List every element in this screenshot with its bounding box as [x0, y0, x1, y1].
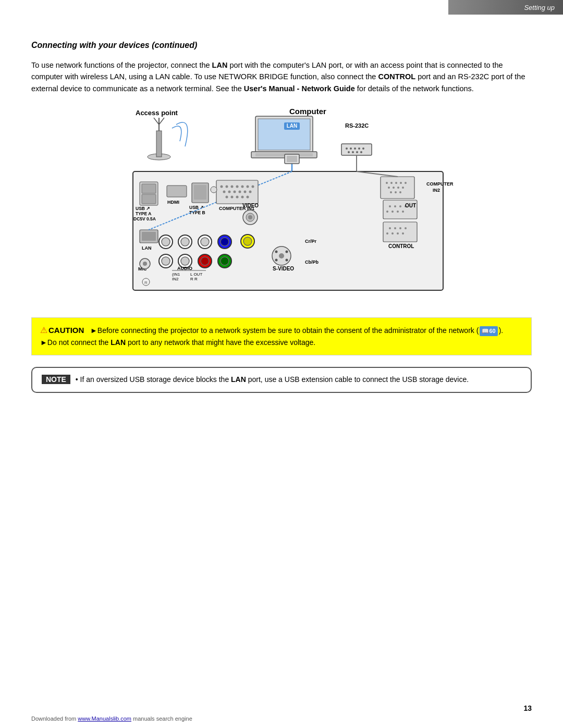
svg-point-91	[181, 257, 189, 265]
svg-rect-1	[156, 131, 162, 157]
svg-point-117	[402, 232, 404, 235]
svg-point-110	[389, 227, 391, 229]
svg-text:S-VIDEO: S-VIDEO	[273, 266, 294, 272]
footer-prefix: Downloaded from	[31, 715, 78, 722]
connection-diagram: Computer Access point LAN	[104, 105, 459, 303]
svg-rect-36	[194, 185, 206, 200]
svg-rect-33	[167, 186, 187, 197]
note-lan-bold: LAN	[231, 375, 246, 384]
svg-text:R: R	[144, 280, 148, 285]
note-box: NOTE • If an oversized USB storage devic…	[31, 367, 532, 393]
svg-point-65	[386, 182, 388, 184]
svg-point-124	[386, 211, 388, 213]
svg-point-50	[252, 186, 254, 188]
svg-point-69	[405, 182, 407, 184]
svg-rect-43	[216, 180, 258, 204]
svg-point-76	[399, 191, 401, 193]
svg-point-103	[279, 253, 284, 258]
footer-suffix: manuals search engine	[131, 715, 192, 722]
svg-text:AUDIO: AUDIO	[177, 266, 192, 271]
svg-point-81	[162, 238, 170, 246]
svg-point-74	[390, 191, 392, 193]
svg-point-115	[391, 232, 394, 235]
svg-point-120	[389, 205, 391, 207]
svg-point-48	[241, 186, 244, 188]
svg-point-47	[236, 186, 239, 188]
diagram-container: Computer Access point LAN	[31, 105, 532, 303]
header-bar: Setting up	[448, 0, 563, 15]
svg-text:USB ↗: USB ↗	[189, 205, 204, 210]
svg-text:L  OUT: L OUT	[190, 272, 202, 277]
svg-point-105	[286, 251, 288, 253]
svg-point-53	[234, 191, 236, 193]
svg-point-121	[394, 205, 396, 207]
svg-point-54	[239, 191, 241, 193]
svg-rect-40	[142, 232, 156, 241]
svg-point-73	[402, 187, 404, 189]
svg-point-70	[388, 187, 390, 189]
svg-point-116	[397, 232, 399, 235]
svg-line-3	[154, 118, 159, 125]
svg-point-24	[360, 151, 362, 153]
svg-point-75	[395, 191, 397, 193]
svg-text:LAN: LAN	[142, 245, 152, 251]
svg-point-68	[400, 182, 402, 184]
svg-point-21	[348, 151, 350, 153]
svg-point-44	[221, 186, 223, 188]
svg-text:COMPUTER: COMPUTER	[426, 181, 454, 187]
note-text2: port, use a USB extension cable to conne…	[246, 375, 469, 384]
svg-point-87	[221, 238, 229, 246]
svg-point-59	[236, 196, 239, 199]
footer-link[interactable]: www.Manualslib.com	[78, 715, 131, 722]
svg-text:DC5V 0.5A: DC5V 0.5A	[133, 216, 156, 221]
caution-text1: ►Before connecting the projector to a ne…	[90, 326, 503, 335]
svg-point-67	[395, 182, 397, 184]
svg-point-95	[221, 257, 229, 265]
svg-point-113	[405, 227, 407, 229]
svg-point-63	[211, 187, 217, 193]
svg-text:LAN: LAN	[287, 123, 298, 129]
svg-point-131	[143, 262, 147, 266]
svg-point-93	[201, 257, 209, 265]
svg-text:(IN1: (IN1	[172, 272, 180, 277]
svg-point-19	[358, 147, 360, 150]
svg-text:USB ↗: USB ↗	[136, 206, 150, 211]
svg-point-83	[181, 238, 189, 246]
svg-point-49	[247, 186, 249, 188]
svg-rect-29	[142, 194, 156, 204]
svg-point-52	[228, 191, 231, 193]
svg-point-106	[275, 259, 278, 262]
caution-label: CAUTION	[48, 326, 84, 335]
svg-rect-14	[287, 156, 297, 162]
svg-point-22	[352, 151, 354, 153]
svg-text:Cr/Pr: Cr/Pr	[305, 239, 317, 244]
svg-point-66	[390, 182, 393, 184]
body-text: To use network functions of the projecto…	[31, 59, 532, 94]
svg-point-125	[391, 211, 394, 213]
page-number: 13	[523, 704, 532, 712]
note-text1: If an oversized USB storage device block…	[80, 375, 231, 384]
svg-point-61	[247, 196, 249, 199]
section-title: Connecting with your devices (continued)	[31, 41, 532, 50]
svg-text:IN2: IN2	[433, 188, 440, 193]
page-ref-icon: 📖60	[480, 326, 497, 336]
svg-point-71	[393, 187, 395, 189]
note-label: NOTE	[42, 375, 70, 384]
svg-point-72	[397, 187, 399, 189]
svg-point-112	[399, 227, 401, 229]
svg-text:TYPE A: TYPE A	[136, 211, 151, 216]
svg-point-23	[356, 151, 358, 153]
svg-point-60	[241, 196, 244, 199]
svg-rect-109	[383, 222, 417, 242]
svg-text:VIDEO: VIDEO	[242, 203, 259, 208]
note-bullet: •	[76, 375, 78, 384]
svg-rect-8	[255, 153, 313, 156]
svg-point-89	[162, 257, 170, 265]
svg-point-18	[354, 147, 356, 150]
computer-label: Computer	[289, 107, 326, 116]
svg-text:IN2: IN2	[172, 277, 179, 281]
svg-point-104	[275, 251, 278, 253]
svg-text:Cb/Pb: Cb/Pb	[305, 260, 319, 265]
caution-text2: ►Do not connect the LAN port to any netw…	[40, 338, 315, 347]
svg-point-126	[397, 211, 399, 213]
